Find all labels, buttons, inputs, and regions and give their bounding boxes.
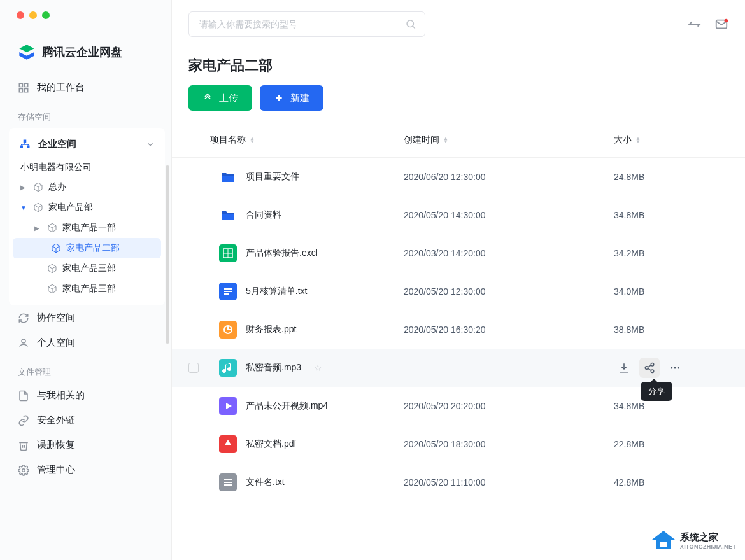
tree-item-dept3[interactable]: 家电产品三部	[9, 258, 165, 279]
tree-item-label: 家电产品部	[48, 202, 93, 213]
chevron-down-icon	[146, 140, 155, 149]
table-row[interactable]: 产品体验报告.excl 2020/03/20 14:20:00 34.2MB	[172, 234, 745, 272]
enterprise-space-header[interactable]: 企业空间	[9, 132, 165, 157]
svg-rect-5	[20, 145, 24, 148]
file-name: 产品体验报告.excl	[246, 248, 318, 259]
file-name-cell: 文件名.txt	[219, 473, 404, 491]
file-date: 2020/05/20 20:20:00	[404, 401, 614, 411]
search-box	[188, 11, 425, 37]
table-row[interactable]: 5月核算清单.txt 2020/05/20 12:30:00 34.0MB	[172, 272, 745, 311]
svg-point-32	[674, 367, 676, 368]
svg-rect-0	[19, 83, 22, 87]
tree-item-label: 家电产品二部	[66, 242, 120, 254]
nav-admin[interactable]: 管理中心	[0, 458, 171, 482]
svg-rect-4	[24, 139, 27, 143]
file-name: 5月核算清单.txt	[246, 286, 307, 297]
file-date: 2020/05/20 12:30:00	[404, 286, 614, 297]
file-size: 42.8MB	[614, 477, 728, 487]
tree-item-dept2[interactable]: 家电产品二部	[13, 238, 161, 258]
nav-safe-link-label: 安全外链	[37, 414, 75, 426]
svg-point-31	[670, 367, 672, 368]
tree-item-dept3b[interactable]: 家电产品三部	[9, 279, 165, 299]
star-icon[interactable]: ☆	[314, 363, 322, 373]
file-name-cell: 5月核算清单.txt	[219, 283, 404, 300]
nav-collab-space[interactable]: 协作空间	[0, 305, 171, 330]
section-storage-label: 存储空间	[0, 100, 171, 128]
cube-icon	[47, 284, 57, 294]
file-size: 24.8MB	[614, 172, 728, 182]
table-row[interactable]: 文件名.txt 2020/05/20 11:10:00 42.8MB	[172, 463, 745, 501]
file-size: 34.0MB	[614, 286, 728, 297]
file-date: 2020/03/20 14:20:00	[404, 248, 614, 258]
sidebar-scrollbar[interactable]	[166, 165, 169, 344]
svg-point-12	[725, 19, 728, 23]
top-icons	[688, 17, 728, 31]
create-button[interactable]: 新建	[260, 85, 323, 111]
nav-related[interactable]: 与我相关的	[0, 383, 171, 408]
nav-safe-link[interactable]: 安全外链	[0, 408, 171, 433]
col-name[interactable]: 项目名称▲▼	[188, 134, 404, 146]
close-window-button[interactable]	[17, 11, 24, 19]
nav-admin-label: 管理中心	[37, 464, 75, 476]
nav-workbench[interactable]: 我的工作台	[0, 75, 171, 100]
upload-button[interactable]: 上传	[188, 85, 252, 111]
plus-icon	[274, 93, 284, 103]
table-row[interactable]: 合同资料 2020/05/20 14:30:00 34.8MB	[172, 196, 745, 234]
share-button[interactable]: 分享	[639, 358, 660, 378]
caret-right-icon: ▶	[34, 225, 42, 232]
nav-trash-label: 误删恢复	[37, 439, 75, 451]
row-checkbox[interactable]	[188, 363, 199, 373]
minimize-window-button[interactable]	[29, 11, 37, 19]
table-row[interactable]: 财务报表.ppt 2020/05/20 16:30:20 38.8MB	[172, 311, 745, 349]
file-size: 38.8MB	[614, 325, 728, 335]
file-name-cell: 财务报表.ppt	[219, 321, 404, 339]
svg-point-28	[651, 370, 654, 373]
file-date: 2020/05/20 14:30:00	[404, 210, 614, 220]
tree-item-zongban[interactable]: ▶ 总办	[9, 177, 165, 197]
tree-item-label: 家电产品三部	[62, 283, 116, 295]
topbar	[172, 0, 745, 37]
search-input[interactable]	[188, 11, 425, 37]
tree-item-dept[interactable]: ▼ 家电产品部	[9, 197, 165, 218]
enterprise-tree: 企业空间 小明电器有限公司 ▶ 总办 ▼ 家电产品部 ▶ 家电产品一部 家电产品…	[9, 128, 165, 305]
row-actions: 分享	[614, 358, 728, 378]
file-table: 项目名称▲▼ 创建时间▲▼ 大小▲▼ 项目重要文件 2020/06/20 12:…	[172, 122, 745, 560]
tree-item-dept1[interactable]: ▶ 家电产品一部	[9, 218, 165, 238]
col-size[interactable]: 大小▲▼	[614, 134, 728, 146]
svg-line-10	[413, 26, 415, 28]
table-row[interactable]: 私密文档.pdf 2020/05/20 18:30:00 22.8MB	[172, 425, 745, 463]
file-name: 财务报表.ppt	[246, 324, 296, 335]
file-name: 产品未公开视频.mp4	[246, 400, 328, 412]
nav-trash-recover[interactable]: 误删恢复	[0, 433, 171, 458]
file-name: 私密音频.mp3	[246, 362, 301, 374]
tree-item-label: 总办	[48, 181, 66, 193]
table-row[interactable]: 产品未公开视频.mp4 2020/05/20 20:20:00 34.8MB	[172, 387, 745, 425]
col-date[interactable]: 创建时间▲▼	[404, 134, 614, 146]
watermark-cn: 系统之家	[680, 531, 736, 543]
svg-point-9	[407, 20, 414, 27]
file-name-cell: 合同资料	[219, 206, 404, 224]
nav-related-label: 与我相关的	[37, 389, 85, 402]
transfer-icon[interactable]	[688, 17, 702, 31]
maximize-window-button[interactable]	[42, 11, 50, 19]
tree-item-label: 家电产品三部	[62, 263, 116, 274]
table-row[interactable]: 项目重要文件 2020/06/20 12:30:00 24.8MB	[172, 158, 745, 196]
file-name-cell: 项目重要文件	[219, 168, 404, 186]
trash-icon	[18, 440, 29, 451]
enterprise-space-label: 企业空间	[38, 138, 76, 150]
svg-rect-6	[27, 145, 30, 148]
section-file-mgmt-label: 文件管理	[0, 355, 171, 383]
mail-icon[interactable]	[714, 17, 728, 31]
nav-personal-label: 个人空间	[37, 337, 75, 349]
file-name: 合同资料	[246, 209, 281, 221]
svg-rect-3	[25, 88, 28, 92]
more-button[interactable]	[665, 358, 685, 378]
sort-icon: ▲▼	[443, 137, 448, 143]
sort-icon: ▲▼	[635, 137, 641, 143]
table-row[interactable]: 私密音频.mp3☆ 分享	[172, 349, 745, 387]
upload-label: 上传	[219, 92, 238, 104]
upload-icon	[202, 93, 213, 103]
nav-personal-space[interactable]: 个人空间	[0, 330, 171, 355]
download-button[interactable]	[614, 358, 634, 378]
svg-point-8	[22, 468, 25, 472]
